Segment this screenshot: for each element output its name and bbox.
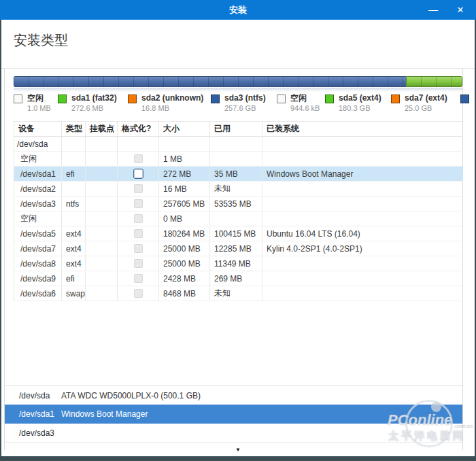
format-checkbox[interactable]: [134, 229, 143, 238]
table-row[interactable]: /dev/sda7ext425000 MB12285 MBKylin 4.0-2…: [14, 241, 463, 256]
partition-segment-right-green-region: [406, 76, 462, 87]
cell-format[interactable]: [118, 182, 159, 196]
cell-size: 180264 MB: [159, 226, 210, 241]
cell-system: [262, 271, 463, 286]
cell-type: [62, 182, 86, 196]
cell-size: 8468 MB: [159, 286, 210, 301]
cell-type: ntfs: [62, 197, 86, 211]
legend-swatch-icon: [391, 95, 400, 103]
legend-size: 25.0 GB: [405, 103, 447, 113]
legend-item-7: [460, 93, 474, 103]
cell-format[interactable]: [118, 167, 159, 181]
cell-format[interactable]: [118, 241, 159, 256]
partition-segment-main-blue-region: [14, 76, 406, 87]
format-checkbox[interactable]: [134, 154, 143, 163]
cell-format[interactable]: [118, 197, 159, 211]
format-checkbox[interactable]: [134, 214, 143, 223]
close-button[interactable]: ✕: [449, 0, 472, 20]
cell-format[interactable]: [118, 137, 159, 151]
format-checkbox[interactable]: [134, 259, 143, 268]
table-row[interactable]: /dev/sda6swap8468 MB未知: [14, 286, 463, 301]
cell-mount: [86, 182, 118, 196]
cell-device: /dev/sda: [14, 137, 62, 151]
legend-item-5: sda5 (ext4)180.3 GB: [325, 93, 381, 113]
format-checkbox[interactable]: [134, 244, 143, 253]
cell-format[interactable]: [118, 286, 159, 301]
column-header-1[interactable]: 类型: [62, 122, 86, 136]
legend-item-0: 空闲1.0 MB: [14, 93, 51, 113]
legend-text: sda3 (ntfs)257.6 GB: [224, 93, 266, 113]
cell-used: 269 MB: [210, 271, 262, 286]
cell-device: /dev/sda6: [14, 286, 62, 301]
cell-device: /dev/sda3: [14, 197, 62, 211]
cell-format[interactable]: [118, 211, 159, 226]
format-checkbox[interactable]: [133, 169, 143, 179]
legend-size: 180.3 GB: [339, 103, 381, 113]
cell-used: [210, 152, 262, 166]
table-row[interactable]: /dev/sda8ext425000 MB11349 MB: [14, 256, 463, 271]
column-header-2[interactable]: 挂载点: [86, 122, 118, 136]
legend-swatch-icon: [325, 95, 334, 103]
cell-format[interactable]: [118, 226, 159, 241]
cell-mount: [86, 152, 118, 166]
cell-format[interactable]: [118, 256, 159, 271]
format-checkbox[interactable]: [134, 289, 143, 298]
column-header-0[interactable]: 设备: [14, 122, 62, 136]
cell-format[interactable]: [118, 152, 159, 166]
cell-mount: [86, 197, 118, 211]
cell-type: ext4: [62, 226, 86, 241]
column-header-5[interactable]: 已用: [210, 122, 262, 136]
table-row[interactable]: 空闲1 MB: [14, 152, 463, 167]
format-checkbox[interactable]: [134, 184, 143, 193]
table-row[interactable]: /dev/sda216 MB未知: [14, 182, 463, 197]
device-description: ATA WDC WD5000LPLX-0 (500.1 GB): [61, 391, 201, 400]
cell-device: /dev/sda7: [14, 241, 62, 256]
device-list-item[interactable]: /dev/sdaATA WDC WD5000LPLX-0 (500.1 GB): [5, 386, 462, 405]
cell-device: /dev/sda8: [14, 256, 62, 271]
table-row[interactable]: /dev/sda1efi272 MB35 MBWindows Boot Mana…: [14, 167, 463, 182]
cell-used: 11349 MB: [210, 256, 262, 271]
table-row[interactable]: /dev/sda: [14, 137, 463, 152]
legend-name: sda3 (ntfs): [224, 93, 266, 103]
column-header-4[interactable]: 大小: [159, 122, 210, 136]
device-list-item[interactable]: /dev/sda3: [5, 424, 462, 443]
cell-size: 1 MB: [159, 152, 210, 166]
cell-system: [262, 211, 463, 226]
legend-text: sda2 (unknown)16.8 MB: [141, 93, 203, 113]
legend-swatch-icon: [14, 95, 22, 103]
cell-format[interactable]: [118, 271, 159, 286]
legend-size: 1.0 MB: [27, 103, 51, 113]
cell-system: Windows Boot Manager: [262, 167, 463, 181]
cell-size: 25000 MB: [159, 256, 210, 271]
table-row[interactable]: /dev/sda9efi2428 MB269 MB: [14, 271, 463, 286]
cell-mount: [86, 286, 118, 301]
cell-system: Kylin 4.0-2SP1 (4.0-2SP1): [262, 241, 463, 256]
cell-type: [62, 137, 86, 151]
device-list-item[interactable]: /dev/sda1Windows Boot Manager: [5, 405, 462, 424]
format-checkbox[interactable]: [134, 199, 143, 208]
device-name: /dev/sda: [19, 391, 58, 400]
cell-size: 2428 MB: [159, 271, 210, 286]
table-row[interactable]: /dev/sda3ntfs257605 MB53535 MB: [14, 197, 463, 211]
legend-name: 空闲: [27, 93, 51, 103]
legend-swatch-icon: [128, 95, 137, 103]
scroll-down-icon[interactable]: ▼: [0, 446, 476, 454]
cell-size: 25000 MB: [159, 241, 210, 256]
table-row[interactable]: 空闲0 MB: [14, 211, 463, 226]
minimize-button[interactable]: —: [422, 0, 445, 20]
legend-name: sda5 (ext4): [339, 93, 381, 103]
cell-system: [262, 286, 463, 301]
legend-item-3: sda3 (ntfs)257.6 GB: [211, 93, 266, 113]
legend-name: sda2 (unknown): [141, 93, 203, 103]
cell-size: 272 MB: [159, 167, 210, 181]
cell-used: 53535 MB: [210, 197, 262, 211]
column-header-6[interactable]: 已装系统: [262, 122, 463, 136]
format-checkbox[interactable]: [134, 274, 143, 283]
device-name: /dev/sda1: [19, 409, 58, 419]
header-divider: [1, 68, 475, 69]
cell-size: 16 MB: [159, 182, 210, 196]
legend-item-2: sda2 (unknown)16.8 MB: [128, 93, 203, 113]
table-row[interactable]: /dev/sda5ext4180264 MB100415 MBUbuntu 16…: [14, 226, 463, 241]
column-header-3[interactable]: 格式化?: [118, 122, 159, 136]
partition-table-body: /dev/sda空闲1 MB/dev/sda1efi272 MB35 MBWin…: [14, 137, 463, 301]
